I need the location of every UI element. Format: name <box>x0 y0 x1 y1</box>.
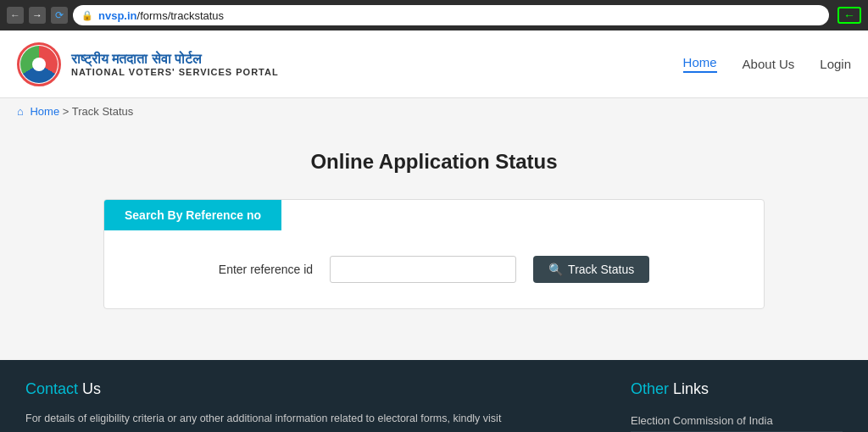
contact-heading-rest: Us <box>78 380 101 397</box>
url-arrow-indicator: ← <box>837 7 861 24</box>
logo-text: राष्ट्रीय मतदाता सेवा पोर्टल NATIONAL VO… <box>71 52 279 77</box>
breadcrumb: ⌂ Home > Track Status <box>0 98 868 125</box>
reference-label: Enter reference id <box>219 263 313 276</box>
nav-home[interactable]: Home <box>683 55 717 73</box>
url-bar[interactable]: 🔒 nvsp.in/forms/trackstatus <box>73 5 829 25</box>
reference-input[interactable] <box>330 256 516 283</box>
contact-heading: Contact Us <box>25 380 534 398</box>
browser-chrome: ← → ⟳ 🔒 nvsp.in/forms/trackstatus ← <box>0 0 868 30</box>
logo-english-text: NATIONAL VOTERS' SERVICES PORTAL <box>71 67 279 77</box>
track-status-button[interactable]: 🔍 Track Status <box>533 256 649 283</box>
other-links-highlight: Other <box>631 380 669 397</box>
footer-link-eci[interactable]: Election Commission of India <box>631 410 843 432</box>
contact-heading-highlight: Contact <box>25 380 78 397</box>
logo-section: राष्ट्रीय मतदाता सेवा पोर्टल NATIONAL VO… <box>17 42 279 86</box>
back-button[interactable]: ← <box>7 7 24 24</box>
logo-hindi-text: राष्ट्रीय मतदाता सेवा पोर्टल <box>71 52 279 67</box>
nav-login[interactable]: Login <box>820 57 851 71</box>
forward-button[interactable]: → <box>29 7 46 24</box>
footer-contact: Contact Us For details of eligibility cr… <box>25 380 534 432</box>
contact-text-1: For details of eligibility criteria or a… <box>25 410 534 432</box>
breadcrumb-separator: > <box>63 105 72 118</box>
other-links-rest: Links <box>669 380 709 397</box>
main-nav: Home About Us Login <box>683 55 851 73</box>
search-tab[interactable]: Search By Reference no <box>104 200 281 230</box>
search-form-body: Enter reference id 🔍 Track Status <box>104 230 764 308</box>
site-header: राष्ट्रीय मतदाता सेवा पोर्टल NATIONAL VO… <box>0 30 868 98</box>
url-display: nvsp.in/forms/trackstatus <box>98 9 224 22</box>
reload-button[interactable]: ⟳ <box>51 7 68 24</box>
site-footer: Contact Us For details of eligibility cr… <box>0 360 868 432</box>
footer-other-links: Other Links Election Commission of India… <box>631 380 843 432</box>
logo-emblem <box>17 42 61 86</box>
track-button-label: Track Status <box>568 263 634 276</box>
lock-icon: 🔒 <box>81 10 93 21</box>
search-icon: 🔍 <box>548 263 563 276</box>
page-title: Online Application Status <box>17 150 851 174</box>
breadcrumb-current: Track Status <box>72 105 133 118</box>
other-links-heading: Other Links <box>631 380 843 398</box>
home-icon: ⌂ <box>17 105 24 118</box>
nav-about[interactable]: About Us <box>743 57 795 71</box>
breadcrumb-home[interactable]: Home <box>30 105 59 118</box>
main-content: Online Application Status Search By Refe… <box>0 125 868 360</box>
search-card: Search By Reference no Enter reference i… <box>103 199 765 309</box>
